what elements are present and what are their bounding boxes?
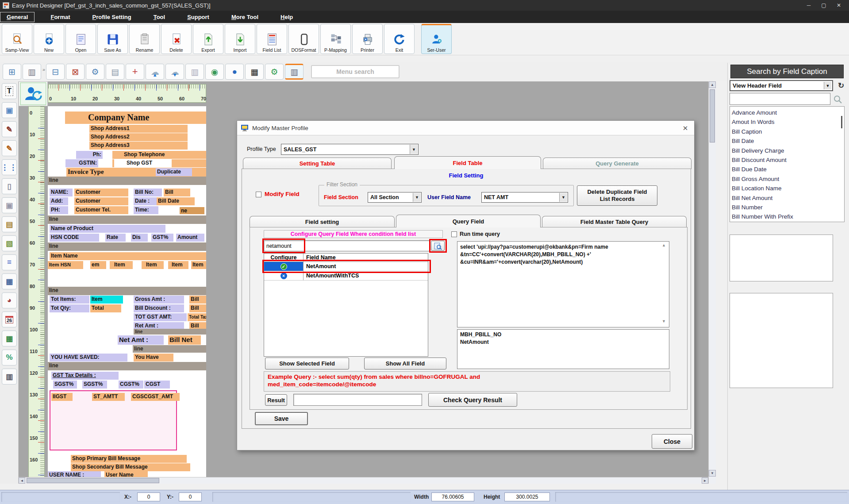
field-tot-qty-label[interactable]: Tot Qty:	[50, 304, 89, 312]
delete-button[interactable]: Delete	[161, 24, 192, 54]
table-chart-tool-icon[interactable]: ▦	[2, 331, 17, 346]
document-gear-icon[interactable]: ▤	[106, 64, 124, 80]
chevron-down-icon[interactable]: ▼	[410, 145, 418, 154]
field-duplicate[interactable]: Duplicate	[156, 168, 192, 176]
field-ph2-label[interactable]: PH:	[50, 206, 68, 214]
maximize-icon[interactable]: ▢	[816, 0, 831, 11]
field-item-name[interactable]: Item Name	[50, 252, 206, 260]
chevron-down-icon[interactable]: ▼	[559, 193, 567, 202]
field-line[interactable]: line	[48, 177, 206, 185]
globe-icon[interactable]: ●	[225, 64, 244, 80]
field-sgst1[interactable]: SGST%	[53, 381, 77, 389]
scroll-up-icon[interactable]: ▲	[709, 81, 716, 88]
field-caption-item[interactable]: Bill Caption	[732, 127, 844, 136]
field-item4[interactable]: Item	[191, 261, 206, 269]
field-bill-net[interactable]: Bill Net	[168, 335, 201, 345]
copy-page-tool-icon[interactable]: ▣	[2, 197, 17, 213]
printer-button[interactable]: Printer	[352, 24, 383, 54]
field-item1[interactable]: Item	[110, 261, 133, 269]
user-refresh-button[interactable]	[20, 82, 46, 105]
save-as-button[interactable]: Save As	[97, 24, 128, 54]
run-time-query-chec kbox[interactable]	[451, 231, 457, 237]
new-button[interactable]: New	[34, 24, 64, 54]
field-caption-item[interactable]: Bill Net Amount	[732, 193, 844, 203]
menu-tool[interactable]: Tool	[147, 12, 171, 22]
scroll-left-icon[interactable]: ◄	[19, 477, 25, 484]
chevron-down-icon[interactable]: ▼	[413, 193, 421, 202]
tab-query-field[interactable]: Query Field	[396, 215, 541, 227]
pencil-tool-icon[interactable]: ✎	[2, 140, 17, 156]
selected-field[interactable]: NetAmount	[460, 339, 666, 346]
field-cgst[interactable]: CGST	[144, 381, 170, 389]
tab-field-master-table-query[interactable]: Field Master Table Query	[542, 216, 687, 227]
field-shop-gst[interactable]: Shop GST	[114, 159, 172, 167]
field-caption-item[interactable]: Bill Location Name	[732, 184, 844, 193]
ser-user-button[interactable]: Ser-User	[421, 24, 452, 54]
result-input[interactable]	[293, 394, 422, 406]
field-sgst2[interactable]: SGST%	[82, 381, 107, 389]
scroll-up-icon[interactable]: ▲	[662, 243, 666, 247]
field-total-tax[interactable]: Total Tax	[188, 313, 206, 321]
cloud-upload-icon[interactable]: ☁▲	[146, 64, 164, 80]
menu-help[interactable]: Help	[274, 12, 299, 22]
samp-view-button[interactable]: Samp-View	[2, 24, 32, 54]
field-hsn-code[interactable]: HSN CODE	[50, 234, 99, 242]
field-net-amt-label[interactable]: Net Amt :	[118, 335, 164, 345]
table-tool-icon[interactable]: ▦	[2, 273, 17, 289]
field-shop-secondary-msg[interactable]: Shop Secondary Bill Message	[71, 463, 190, 471]
user-mapping-icon[interactable]: +	[126, 64, 144, 80]
field-time-label[interactable]: Time:	[134, 206, 158, 214]
field-item-count[interactable]: Item	[90, 296, 123, 304]
exit-button[interactable]: Exit	[384, 24, 415, 54]
close-button[interactable]: Close	[652, 434, 692, 449]
field-shop-address2[interactable]: Shop Address2	[89, 133, 188, 141]
page-tool-icon[interactable]: ▯	[2, 178, 17, 194]
show-selected-field-button[interactable]: Show Selected Field	[265, 358, 349, 369]
field-st-amt[interactable]: ST_AMTT	[92, 393, 125, 401]
field-gross-amt-label[interactable]: Gross Amt :	[134, 296, 184, 304]
field-cgs-cgst-amt[interactable]: CGSCGST_AMT	[131, 393, 180, 401]
field-caption-search-input[interactable]	[730, 93, 830, 105]
tab-field-setting-inner[interactable]: Field setting	[250, 216, 395, 227]
gear-print-green-icon[interactable]: ⚙	[265, 64, 284, 80]
delete-duplicate-button[interactable]: Delete Duplicate Field List Records	[577, 185, 657, 206]
field-line2[interactable]: line	[48, 215, 206, 224]
print-save-tool-icon[interactable]: ▥	[2, 369, 17, 385]
field-cgst-pct[interactable]: CGST%	[119, 381, 143, 389]
field-customer-tel[interactable]: Customer Tel.	[74, 206, 128, 214]
field-shop-address1[interactable]: Shop Address1	[89, 125, 188, 133]
receipt-printer-icon[interactable]: ▥	[185, 64, 204, 80]
field-bill-no-label[interactable]: Bill No:	[134, 189, 162, 196]
menu-general[interactable]: General	[0, 12, 35, 22]
field-bill-discount[interactable]: Bill	[189, 304, 206, 312]
toolbar-overflow-icon[interactable]: »	[42, 67, 45, 72]
query-textarea[interactable]: select 'upi://pay?pa=customerupi@okbank&…	[457, 241, 669, 327]
panel-layout-tool-icon[interactable]: ▣	[2, 102, 17, 118]
field-ne[interactable]: ne	[180, 207, 204, 214]
field-bill-discount-label[interactable]: Bill Discount :	[134, 304, 184, 312]
check-query-result-button[interactable]: Check Query Result	[428, 393, 517, 407]
field-line4[interactable]: line	[48, 287, 206, 295]
field-you-have-saved-label[interactable]: YOU HAVE SAVED:	[50, 354, 127, 362]
dialog-close-icon[interactable]: ✕	[681, 124, 690, 133]
pie-chart-tool-icon[interactable]: ◕	[2, 292, 17, 308]
field-caption-item[interactable]: Bill Date	[732, 136, 844, 146]
menu-profile-setting[interactable]: Profile Setting	[86, 12, 138, 22]
field-caption-list[interactable]: Advance AmountAmout In WordsBill Caption…	[730, 106, 845, 222]
field-add-label[interactable]: Add:	[50, 197, 68, 205]
field-line7[interactable]: line	[48, 362, 206, 370]
save-button[interactable]: Save	[255, 412, 308, 425]
field-dis[interactable]: Dis	[131, 234, 148, 242]
format-remove-icon[interactable]: ⊠	[66, 64, 85, 80]
show-all-field-button[interactable]: Show All Field	[364, 358, 446, 369]
field-caption-item[interactable]: Bill Gross Amount	[732, 174, 844, 184]
percent-tool-icon[interactable]: %	[2, 350, 17, 365]
field-name-of-product[interactable]: Name of Product	[50, 225, 165, 233]
profile-type-dropdown[interactable]: SALES_GST ▼	[281, 144, 419, 155]
field-item-hsn[interactable]: Item HSN	[48, 261, 83, 269]
rename-button[interactable]: Rename	[129, 24, 160, 54]
menu-format[interactable]: Format	[44, 12, 76, 22]
cloud-download-icon[interactable]: ☁▼	[165, 64, 184, 80]
field-caption-item[interactable]: Bill Due Date	[732, 165, 844, 174]
export-button[interactable]: Export	[193, 24, 223, 54]
